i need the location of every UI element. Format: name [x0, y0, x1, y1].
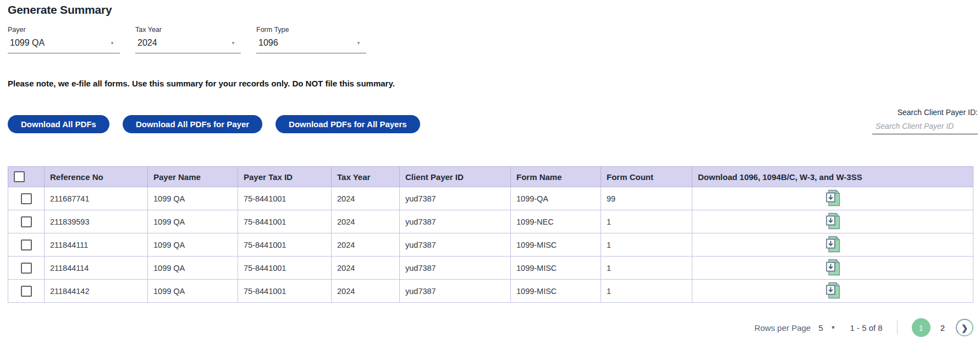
cell-tax-year: 2024 — [332, 280, 400, 303]
chevron-down-icon: ▼ — [110, 41, 114, 46]
table-row: 211839593 1099 QA 75-8441001 2024 yud738… — [8, 210, 973, 233]
row-checkbox[interactable] — [21, 286, 32, 297]
col-client-payer-id: Client Payer ID — [400, 167, 511, 187]
chevron-right-icon: ❯ — [961, 324, 968, 332]
cell-reference-no: 211844142 — [45, 280, 148, 303]
cell-tax-year: 2024 — [332, 257, 400, 280]
cell-form-count: 99 — [601, 187, 692, 210]
search-client-payer-id: Search Client Payer ID: — [872, 108, 978, 134]
download-row-button[interactable] — [825, 282, 840, 299]
cell-form-count: 1 — [601, 210, 692, 233]
cell-payer-tax-id: 75-8441001 — [238, 210, 332, 233]
row-checkbox[interactable] — [21, 263, 32, 274]
actions-row: Download All PDFs Download All PDFs for … — [8, 115, 980, 133]
filters-row: Payer 1099 QA ▼ Tax Year 2024 ▼ Form Typ… — [8, 26, 980, 53]
cell-payer-name: 1099 QA — [148, 233, 238, 257]
page-button-2[interactable]: 2 — [940, 323, 945, 333]
pagination-divider — [897, 320, 898, 335]
table-row: 211844114 1099 QA 75-8441001 2024 yud738… — [8, 257, 973, 280]
row-checkbox[interactable] — [21, 216, 32, 227]
pagination-bar: Rows per Page 5 ▼ 1 - 5 of 8 1 2 ❯ — [8, 318, 980, 337]
cell-tax-year: 2024 — [332, 210, 400, 233]
chevron-down-icon: ▼ — [356, 41, 361, 46]
cell-tax-year: 2024 — [332, 233, 400, 257]
cell-form-name: 1099-MISC — [511, 280, 601, 303]
table-row: 211687741 1099 QA 75-8441001 2024 yud738… — [8, 187, 973, 210]
rows-per-page-label: Rows per Page — [755, 323, 811, 333]
payer-select[interactable]: 1099 QA ▼ — [8, 35, 120, 53]
col-form-count: Form Count — [601, 167, 692, 187]
rows-per-page-value[interactable]: 5 — [818, 323, 823, 333]
cell-form-name: 1099-MISC — [511, 257, 601, 280]
table-row: 211844142 1099 QA 75-8441001 2024 yud738… — [8, 280, 973, 303]
download-file-icon — [825, 259, 840, 276]
cell-reference-no: 211844114 — [45, 257, 148, 280]
cell-payer-tax-id: 75-8441001 — [238, 233, 332, 257]
cell-form-name: 1099-NEC — [511, 210, 601, 233]
payer-value: 1099 QA — [10, 38, 45, 48]
cell-payer-name: 1099 QA — [148, 187, 238, 210]
cell-payer-name: 1099 QA — [148, 210, 238, 233]
form-type-filter: Form Type 1096 ▼ — [256, 26, 366, 53]
download-file-icon — [825, 189, 840, 206]
download-file-icon — [825, 282, 840, 299]
page-button-1[interactable]: 1 — [912, 318, 931, 337]
download-pdfs-for-all-payers-button[interactable]: Download PDFs for All Payers — [276, 115, 420, 133]
tax-year-select[interactable]: 2024 ▼ — [135, 35, 241, 53]
col-reference-no: Reference No — [45, 167, 148, 187]
cell-payer-tax-id: 75-8441001 — [238, 187, 332, 210]
tax-year-filter: Tax Year 2024 ▼ — [135, 26, 241, 53]
tax-year-value: 2024 — [137, 38, 157, 48]
cell-reference-no: 211844111 — [45, 233, 148, 257]
cell-reference-no: 211687741 — [45, 187, 148, 210]
chevron-down-icon: ▼ — [231, 41, 235, 46]
cell-client-payer-id: yud7387 — [400, 187, 511, 210]
download-all-pdfs-button[interactable]: Download All PDFs — [8, 115, 109, 133]
payer-label: Payer — [8, 26, 120, 34]
col-tax-year: Tax Year — [332, 167, 400, 187]
generate-summary-page: Generate Summary Payer 1099 QA ▼ Tax Yea… — [0, 0, 980, 337]
download-row-button[interactable] — [825, 259, 840, 276]
cell-form-count: 1 — [601, 280, 692, 303]
cell-reference-no: 211839593 — [45, 210, 148, 233]
cell-client-payer-id: yud7387 — [400, 257, 511, 280]
form-type-select[interactable]: 1096 ▼ — [256, 35, 366, 53]
select-all-checkbox[interactable] — [14, 171, 25, 182]
chevron-down-icon[interactable]: ▼ — [831, 325, 836, 330]
cell-tax-year: 2024 — [332, 187, 400, 210]
cell-form-count: 1 — [601, 233, 692, 257]
tax-year-label: Tax Year — [135, 26, 241, 34]
cell-client-payer-id: yud7387 — [400, 233, 511, 257]
cell-payer-tax-id: 75-8441001 — [238, 280, 332, 303]
cell-payer-tax-id: 75-8441001 — [238, 257, 332, 280]
download-row-button[interactable] — [825, 189, 840, 206]
download-file-icon — [825, 213, 840, 230]
cell-payer-name: 1099 QA — [148, 257, 238, 280]
efile-note: Please note, we e-file all forms. Use th… — [8, 79, 980, 88]
col-payer-name: Payer Name — [148, 167, 238, 187]
cell-payer-name: 1099 QA — [148, 280, 238, 303]
next-page-button[interactable]: ❯ — [956, 319, 973, 336]
col-form-name: Form Name — [511, 167, 601, 187]
cell-form-count: 1 — [601, 257, 692, 280]
page-title: Generate Summary — [8, 3, 980, 17]
col-download: Download 1096, 1094B/C, W-3, and W-3SS — [692, 167, 973, 187]
col-payer-tax-id: Payer Tax ID — [238, 167, 332, 187]
download-file-icon — [825, 236, 840, 253]
cell-form-name: 1099-QA — [511, 187, 601, 210]
download-row-button[interactable] — [825, 213, 840, 230]
row-checkbox[interactable] — [21, 239, 32, 250]
table-row: 211844111 1099 QA 75-8441001 2024 yud738… — [8, 233, 973, 257]
table-header-row: Reference No Payer Name Payer Tax ID Tax… — [8, 167, 973, 187]
cell-form-name: 1099-MISC — [511, 233, 601, 257]
summary-table: Reference No Payer Name Payer Tax ID Tax… — [8, 166, 973, 303]
row-range-text: 1 - 5 of 8 — [850, 323, 882, 333]
cell-client-payer-id: yud7387 — [400, 280, 511, 303]
search-label: Search Client Payer ID: — [872, 108, 978, 117]
download-row-button[interactable] — [825, 236, 840, 253]
form-type-label: Form Type — [256, 26, 366, 34]
search-input[interactable] — [872, 120, 978, 134]
payer-filter: Payer 1099 QA ▼ — [8, 26, 120, 53]
download-all-pdfs-for-payer-button[interactable]: Download All PDFs for Payer — [123, 115, 262, 133]
row-checkbox[interactable] — [21, 193, 32, 204]
